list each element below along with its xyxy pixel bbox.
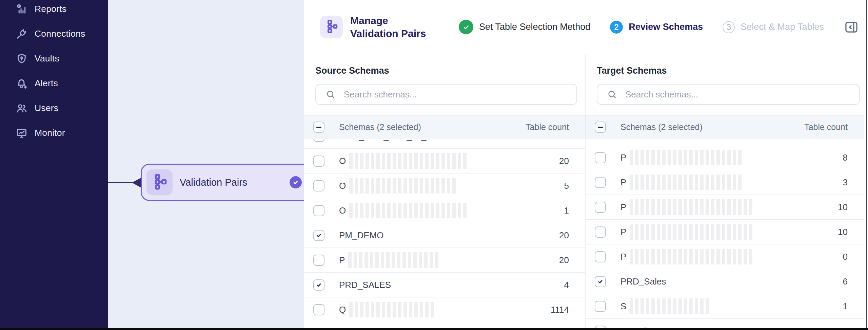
flow-canvas[interactable]: Validation Pairs — [108, 0, 304, 330]
step-badge: 2 — [610, 21, 623, 34]
row-checkbox[interactable] — [595, 202, 606, 213]
source-search-box — [315, 84, 577, 105]
target-table-body: P8P3P10P10P0PRD_Sales6S1SQLI@1 — [586, 139, 864, 330]
select-all-checkbox[interactable] — [595, 122, 606, 133]
page-title: Manage Validation Pairs — [350, 14, 452, 40]
table-count-column-header: Table count — [526, 122, 569, 132]
redacted-schema-name — [349, 153, 467, 169]
wizard-steps: Set Table Selection Method2Review Schema… — [459, 20, 844, 34]
wizard-step-1[interactable]: Set Table Selection Method — [459, 20, 590, 34]
row-checkbox[interactable] — [595, 251, 606, 262]
select-all-checkbox[interactable] — [313, 122, 324, 133]
table-row[interactable]: PRD_Sales6 — [586, 269, 864, 294]
schema-name: P — [620, 227, 626, 237]
window-bottom-edge — [0, 328, 868, 330]
target-table: Schemas (2 selected) Table count P8P3P10… — [586, 115, 864, 330]
flow-node-iconbox — [146, 169, 173, 196]
table-row[interactable]: P8 — [586, 145, 864, 170]
row-checkbox[interactable] — [313, 155, 324, 167]
node-completed-check-icon — [290, 176, 302, 188]
table-row[interactable]: P3 — [586, 170, 864, 195]
partial-row-sliver — [586, 139, 864, 145]
flow-node-label: Validation Pairs — [180, 177, 247, 188]
target-schemas-panel: Target Schemas Schemas (2 selected) Tabl… — [586, 54, 868, 330]
table-count: 7 — [564, 139, 569, 142]
row-checkbox[interactable] — [313, 205, 324, 216]
sidebar-item-label: Connections — [35, 29, 85, 39]
sidebar-item-monitor[interactable]: Monitor — [0, 121, 108, 145]
row-checkbox[interactable] — [313, 230, 324, 241]
step-label: Select & Map Tables — [741, 22, 824, 32]
table-row[interactable]: P10 — [586, 195, 864, 220]
schema-name: ORG_GOS_HAB_IM_I00COL — [339, 139, 457, 142]
schemas-column-header: Schemas (2 selected) — [339, 122, 421, 132]
sidebar-item-label: Vaults — [35, 53, 59, 64]
schema-name: PM_DEMO — [339, 230, 383, 241]
table-count: 20 — [559, 156, 569, 166]
table-row[interactable]: P20 — [304, 248, 585, 273]
redacted-schema-name — [630, 175, 742, 190]
table-row[interactable]: P10 — [586, 220, 864, 244]
table-row[interactable]: S1 — [586, 294, 864, 319]
table-count: 6 — [843, 276, 848, 287]
search-icon — [326, 89, 336, 99]
table-row[interactable]: O5 — [304, 173, 585, 198]
row-checkbox[interactable] — [313, 304, 324, 315]
source-panel-title: Source Schemas — [315, 66, 585, 76]
schema-name: S — [620, 301, 626, 312]
row-checkbox[interactable] — [595, 152, 606, 163]
sidebar-item-reports[interactable]: Reports — [0, 0, 108, 21]
table-row[interactable]: P0 — [586, 244, 864, 269]
table-row[interactable]: O1 — [304, 198, 585, 223]
redacted-schema-name — [630, 224, 752, 240]
sidebar-nav: ReportsConnectionsVaultsAlertsUsersMonit… — [0, 0, 108, 145]
table-count: 1 — [843, 301, 848, 312]
users-icon — [16, 103, 27, 114]
target-search-box — [597, 84, 860, 105]
redacted-schema-name — [349, 302, 434, 317]
target-panel-title: Target Schemas — [597, 66, 868, 76]
panel-header: Manage Validation Pairs Set Table Select… — [304, 0, 868, 54]
table-count: 3 — [843, 177, 848, 188]
collapse-panel-button[interactable] — [844, 19, 859, 35]
schema-name: P — [339, 255, 345, 265]
schemas-column-header: Schemas (2 selected) — [620, 122, 703, 132]
row-checkbox[interactable] — [313, 139, 324, 142]
schema-name: O — [339, 156, 346, 166]
monitor-icon — [16, 127, 27, 139]
row-checkbox[interactable] — [313, 255, 324, 266]
redacted-schema-name — [630, 150, 742, 165]
table-row[interactable]: Q1114 — [304, 297, 585, 322]
table-row[interactable]: PM_DEMO20 — [304, 223, 585, 248]
connections-icon — [16, 28, 27, 40]
target-search-input[interactable] — [625, 89, 859, 100]
schema-name: O — [339, 181, 346, 191]
table-row[interactable]: ORG_GOS_HAB_IM_I00COL7 — [304, 139, 585, 149]
row-checkbox[interactable] — [595, 226, 606, 238]
sidebar-item-connections[interactable]: Connections — [0, 21, 108, 46]
row-checkbox[interactable] — [313, 180, 324, 191]
sidebar-item-vaults[interactable]: Vaults — [0, 46, 108, 71]
wizard-step-3: 3Select & Map Tables — [723, 21, 824, 33]
source-schemas-panel: Source Schemas Schemas (2 selected) Tabl… — [304, 54, 586, 330]
validation-pairs-node[interactable]: Validation Pairs — [141, 164, 304, 201]
source-search-input[interactable] — [343, 89, 576, 100]
row-checkbox[interactable] — [595, 177, 606, 188]
table-count: 1114 — [551, 305, 569, 315]
search-icon — [607, 89, 617, 99]
sidebar-item-alerts[interactable]: Alerts — [0, 71, 108, 96]
schema-name: P — [620, 152, 626, 163]
step-badge — [459, 20, 473, 34]
table-count: 0 — [843, 252, 848, 262]
redacted-schema-name — [630, 249, 752, 264]
row-checkbox[interactable] — [595, 276, 606, 287]
row-checkbox[interactable] — [313, 279, 324, 291]
wizard-step-2[interactable]: 2Review Schemas — [610, 21, 703, 34]
table-count: 10 — [838, 202, 848, 213]
table-row[interactable]: PRD_SALES4 — [304, 273, 585, 297]
source-table-body: ORG_GOS_HAB_IM_I00COL7O20O5O1PM_DEMO20P2… — [304, 139, 585, 322]
sidebar-item-label: Users — [35, 103, 58, 113]
row-checkbox[interactable] — [595, 301, 606, 312]
sidebar-item-users[interactable]: Users — [0, 96, 108, 121]
table-row[interactable]: O20 — [304, 149, 585, 173]
